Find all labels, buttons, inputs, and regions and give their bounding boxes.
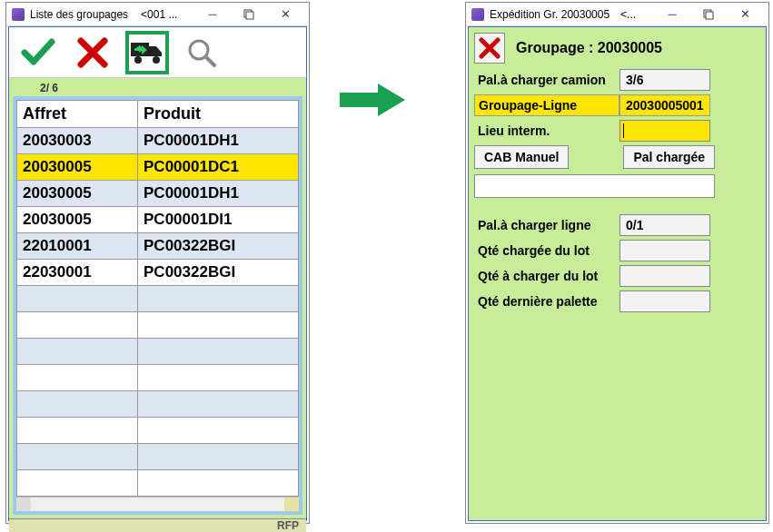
grid-wrap: Affret Produit 20030003PC00001DH12003000… <box>13 96 302 515</box>
cell-produit[interactable]: PC00001DC1 <box>138 154 299 181</box>
cell-affret[interactable]: 20030003 <box>17 128 138 154</box>
cell-produit[interactable]: PC00001DH1 <box>138 128 299 154</box>
close-window-button[interactable]: ✕ <box>267 4 303 25</box>
label-lieu-interm: Lieu interm. <box>474 121 619 141</box>
row-pal-camion: Pal.à charger camion 3/6 <box>474 69 760 91</box>
grid[interactable]: Affret Produit 20030003PC00001DH12003000… <box>16 100 299 497</box>
svg-point-4 <box>134 56 142 64</box>
label-pal-ligne: Pal.à charger ligne <box>474 215 619 235</box>
row-qte-a-charger: Qté à charger du lot <box>474 265 760 287</box>
right-body: Groupage : 20030005 Pal.à charger camion… <box>468 26 767 521</box>
label-pal-camion: Pal.à charger camion <box>474 70 619 90</box>
right-window: Expédition Gr. 20030005 <... ─ ✕ Groupag… <box>465 2 769 524</box>
svg-line-9 <box>206 57 214 65</box>
label-qte-derniere: Qté dernière palette <box>474 291 619 311</box>
value-pal-ligne: 0/1 <box>619 214 710 236</box>
app-icon <box>471 8 484 21</box>
left-titlebar: Liste des groupages <001 ... ─ ✕ <box>6 3 309 26</box>
right-titlebar: Expédition Gr. 20030005 <... ─ ✕ <box>466 3 768 26</box>
cell-affret[interactable]: 22030001 <box>17 260 138 286</box>
table-row[interactable]: 20030003PC00001DH1 <box>17 128 299 154</box>
table-row[interactable]: 22030001PC00322BGI <box>17 260 299 286</box>
cell-affret[interactable]: 20030005 <box>17 207 138 233</box>
cell-produit[interactable]: PC00322BGI <box>138 260 299 286</box>
row-counter: 2/ 6 <box>13 80 302 96</box>
barcode-input[interactable] <box>474 174 715 198</box>
maximize-button[interactable] <box>690 4 727 25</box>
svg-marker-3 <box>149 46 162 56</box>
svg-rect-1 <box>246 12 253 19</box>
cell-produit[interactable]: PC00001DI1 <box>138 207 299 233</box>
col-header-affret[interactable]: Affret <box>17 101 138 128</box>
search-button[interactable] <box>180 31 223 74</box>
close-form-button[interactable] <box>474 33 505 64</box>
label-groupage-ligne: Groupage-Ligne <box>474 94 619 116</box>
x-icon <box>479 37 500 59</box>
transition-arrow-icon <box>336 82 409 118</box>
value-qte-a-charger <box>619 265 710 287</box>
right-window-title-extra: <... <box>620 8 636 21</box>
table-row[interactable] <box>17 365 299 391</box>
table-row[interactable] <box>17 444 299 470</box>
horizontal-scrollbar[interactable] <box>16 497 299 511</box>
check-icon <box>20 34 56 71</box>
cab-manuel-button[interactable]: CAB Manuel <box>474 145 569 169</box>
cancel-button[interactable] <box>71 31 114 74</box>
row-qte-chargee: Qté chargée du lot <box>474 240 760 261</box>
truck-button[interactable] <box>125 31 169 74</box>
value-pal-camion: 3/6 <box>619 69 710 91</box>
x-icon <box>76 36 109 69</box>
status-text: RFP <box>277 519 299 532</box>
row-groupage-ligne: Groupage-Ligne 20030005001 <box>474 94 760 116</box>
toolbar <box>9 27 306 78</box>
table-row[interactable] <box>17 286 299 312</box>
left-content: 2/ 6 Affret Produit 20030003PC00001DH120… <box>9 78 306 518</box>
cell-affret[interactable]: 20030005 <box>17 181 138 207</box>
app-icon <box>12 8 25 21</box>
row-lieu-interm: Lieu interm. <box>474 120 760 142</box>
table-row[interactable]: 20030005PC00001DC1 <box>17 154 299 181</box>
left-body: 2/ 6 Affret Produit 20030003PC00001DH120… <box>8 26 307 521</box>
truck-icon <box>129 40 165 65</box>
svg-marker-10 <box>340 84 405 116</box>
cell-affret[interactable]: 20030005 <box>17 154 138 181</box>
table-row[interactable] <box>17 312 299 339</box>
table-row[interactable]: 20030005PC00001DH1 <box>17 181 299 207</box>
table-row[interactable] <box>17 470 299 497</box>
label-qte-chargee: Qté chargée du lot <box>474 241 619 261</box>
table-row[interactable] <box>17 391 299 418</box>
left-window: Liste des groupages <001 ... ─ ✕ <box>5 2 310 524</box>
row-pal-ligne: Pal.à charger ligne 0/1 <box>474 214 760 236</box>
right-header: Groupage : 20030005 <box>474 33 760 64</box>
value-qte-chargee <box>619 240 710 261</box>
table-row[interactable]: 20030005PC00001DI1 <box>17 207 299 233</box>
maximize-button[interactable] <box>231 4 267 25</box>
table-row[interactable] <box>17 339 299 365</box>
minimize-button[interactable]: ─ <box>654 4 690 25</box>
col-header-produit[interactable]: Produit <box>138 101 299 128</box>
confirm-button[interactable] <box>16 31 60 74</box>
left-window-title: Liste des groupages <box>30 8 128 21</box>
close-window-button[interactable]: ✕ <box>727 4 763 25</box>
right-window-title: Expédition Gr. 20030005 <box>490 8 609 21</box>
table-row[interactable] <box>17 418 299 444</box>
statusbar: RFP <box>9 518 306 532</box>
cell-produit[interactable]: PC00001DH1 <box>138 181 299 207</box>
pal-chargee-button[interactable]: Pal chargée <box>623 145 715 169</box>
svg-rect-12 <box>706 12 713 19</box>
cell-produit[interactable]: PC00322BGI <box>138 233 299 260</box>
value-groupage-ligne: 20030005001 <box>619 94 710 116</box>
grid-table: Affret Produit 20030003PC00001DH12003000… <box>16 100 299 497</box>
cell-affret[interactable]: 22010001 <box>17 233 138 260</box>
magnifier-icon <box>185 36 218 69</box>
table-row[interactable]: 22010001PC00322BGI <box>17 233 299 260</box>
left-window-title-extra: <001 ... <box>141 8 177 21</box>
value-qte-derniere <box>619 291 710 312</box>
input-lieu-interm[interactable] <box>619 120 710 142</box>
minimize-button[interactable]: ─ <box>194 4 231 25</box>
button-row: CAB Manuel Pal chargée <box>474 145 760 169</box>
groupage-header: Groupage : 20030005 <box>516 40 662 56</box>
row-qte-derniere: Qté dernière palette <box>474 291 760 312</box>
label-qte-a-charger: Qté à charger du lot <box>474 266 619 286</box>
svg-point-5 <box>153 56 160 64</box>
